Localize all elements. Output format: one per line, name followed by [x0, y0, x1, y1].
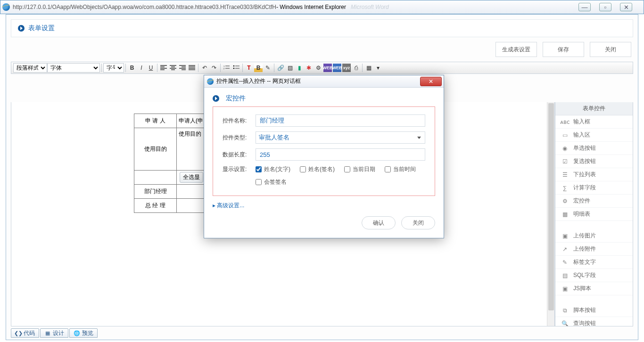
bg-app-name: Microsoft Word — [351, 4, 389, 10]
print-icon[interactable]: ⎙ — [352, 64, 360, 72]
more-icon[interactable]: ▾ — [374, 64, 382, 72]
web2-icon[interactable]: WEB — [333, 64, 341, 72]
palette-query-btn[interactable]: 🔍查询按钮 — [555, 317, 633, 326]
palette-checkbox[interactable]: ☑复选按钮 — [555, 155, 633, 168]
palette-upload-file[interactable]: ↗上传附件 — [555, 243, 633, 256]
js-icon: ▣ — [561, 285, 569, 292]
table-icon[interactable]: ▦ — [364, 64, 373, 72]
palette-textarea[interactable]: ▭输入区 — [555, 129, 633, 142]
bold-icon[interactable]: B — [128, 64, 136, 72]
xyz-icon[interactable]: xyz — [342, 64, 351, 72]
align-center-icon[interactable] — [169, 64, 177, 72]
font-size-select[interactable]: 字号 — [103, 63, 124, 73]
purpose-label: 使用目的 — [134, 128, 177, 171]
palette-label[interactable]: ✎标签文字 — [555, 256, 633, 269]
chk-name-text[interactable]: 姓名(文字) — [256, 165, 290, 173]
palette-js[interactable]: ▣JS脚本 — [555, 282, 633, 295]
image-icon[interactable]: ▧ — [286, 64, 294, 72]
dialog-cancel-button[interactable]: 关闭 — [401, 216, 435, 229]
editor-toolbar: 段落样式 字体 字号 B I U ↶ ↷ 12 T B ✎ 🔗 ▧ — [11, 62, 633, 74]
ordered-list-icon[interactable]: 12 — [223, 64, 231, 72]
window-titlebar: http://127.0.0.1/OAapp/WebObjects/OAapp.… — [0, 0, 644, 14]
control-palette: 表单控件 ᴀʙᴄ输入框 ▭输入区 ◉单选按钮 ☑复选按钮 ☰下拉列表 ∑计算字段… — [555, 102, 633, 326]
copy-icon: ⧉ — [561, 307, 569, 314]
italic-icon[interactable]: I — [137, 64, 146, 72]
palette-detail-table[interactable]: ▦明细表 — [555, 208, 633, 221]
data-length-input[interactable] — [256, 148, 425, 161]
palette-calc[interactable]: ∑计算字段 — [555, 181, 633, 195]
close-button[interactable]: 关闭 — [590, 42, 631, 57]
display-setting-label: 显示设置: — [223, 165, 256, 173]
close-window-button[interactable]: ✕ — [620, 3, 632, 11]
grid-icon: ▦ — [561, 211, 569, 218]
design-icon: ▦ — [44, 330, 51, 336]
dept-mgr-label: 部门经理 — [134, 185, 177, 199]
dialog-close-button[interactable]: ✕ — [420, 77, 442, 86]
select-all-button[interactable]: 全选显 — [180, 172, 203, 183]
svg-point-2 — [233, 65, 235, 67]
applicant-label: 申 请 人 — [134, 114, 177, 128]
control-name-input[interactable] — [256, 114, 425, 127]
media-icon[interactable]: ✱ — [305, 64, 313, 72]
dialog-titlebar[interactable]: 控件属性--插入控件 -- 网页对话框 ✕ — [204, 75, 444, 88]
align-left-icon[interactable] — [159, 64, 168, 72]
check-icon: ☑ — [561, 158, 569, 165]
chart-icon[interactable]: ▮ — [295, 64, 304, 72]
collapse-icon[interactable] — [18, 25, 25, 32]
attach-icon: ↗ — [561, 246, 569, 252]
advanced-settings-link[interactable]: ▸ 高级设置... — [213, 202, 244, 210]
palette-sql[interactable]: ▤SQL字段 — [555, 269, 633, 282]
underline-icon[interactable]: U — [147, 64, 155, 72]
bg-color-icon[interactable]: B — [254, 64, 263, 72]
chk-current-date[interactable]: 当前日期 — [344, 165, 375, 173]
palette-input-text[interactable]: ᴀʙᴄ输入框 — [555, 115, 633, 129]
maximize-button[interactable]: ▫ — [599, 3, 611, 11]
abc-icon: ᴀʙᴄ — [561, 119, 569, 125]
dialog-section-title: 宏控件 — [226, 94, 246, 103]
palette-select[interactable]: ☰下拉列表 — [555, 168, 633, 181]
dialog-highlight-box: 控件名称: 控件类型: 审批人签名 数据长度: 显示设置: 姓名(文字) — [213, 106, 435, 196]
dialog-ok-button[interactable]: 确认 — [362, 216, 396, 229]
data-length-label: 数据长度: — [223, 151, 256, 159]
redo-icon[interactable]: ↷ — [210, 64, 218, 72]
dialog-ie-icon — [207, 78, 214, 85]
svg-point-3 — [233, 68, 235, 69]
rect-icon: ▭ — [561, 132, 569, 138]
save-button[interactable]: 保存 — [543, 42, 584, 57]
tab-code[interactable]: ❮❯代码 — [11, 328, 39, 338]
page-title: 表单设置 — [28, 24, 55, 33]
palette-macro[interactable]: ⚙宏控件 — [555, 195, 633, 208]
font-color-icon[interactable]: T — [245, 64, 253, 72]
chk-counter-sign[interactable]: 会签签名 — [256, 178, 287, 186]
web-icon[interactable]: WEB — [323, 64, 332, 72]
link-icon[interactable]: 🔗 — [276, 64, 285, 72]
palette-script-btn[interactable]: ⧉脚本按钮 — [555, 304, 633, 317]
canvas-scrollbar[interactable] — [547, 102, 554, 326]
image-up-icon: ▣ — [561, 233, 569, 239]
align-right-icon[interactable] — [178, 64, 187, 72]
gen-table-button[interactable]: 生成表设置 — [495, 42, 537, 57]
palette-radio[interactable]: ◉单选按钮 — [555, 142, 633, 155]
scrollbar-thumb[interactable] — [548, 103, 554, 310]
gm-label: 总 经 理 — [134, 199, 177, 213]
title-suffix: - Windows Internet Explorer — [276, 4, 346, 10]
code-icon: ❮❯ — [15, 330, 22, 336]
unordered-list-icon[interactable] — [232, 64, 240, 72]
palette-upload-image[interactable]: ▣上传图片 — [555, 229, 633, 243]
chk-name-sign[interactable]: 姓名(签名) — [300, 165, 335, 173]
minimize-button[interactable]: — — [578, 3, 591, 11]
font-select[interactable]: 字体 — [47, 63, 100, 73]
align-justify-icon[interactable] — [188, 64, 196, 72]
tab-preview[interactable]: 🌐预览 — [69, 328, 98, 338]
page-header: 表单设置 — [11, 19, 633, 37]
chk-current-time[interactable]: 当前时间 — [385, 165, 416, 173]
palette-header: 表单控件 — [555, 102, 633, 115]
control-type-select[interactable]: 审批人签名 — [256, 131, 425, 144]
paragraph-style-select[interactable]: 段落样式 — [13, 63, 47, 73]
settings-icon[interactable]: ⚙ — [314, 64, 322, 72]
undo-icon[interactable]: ↶ — [200, 64, 209, 72]
eraser-icon[interactable]: ✎ — [264, 64, 272, 72]
search-icon: 🔍 — [561, 320, 569, 327]
tab-design[interactable]: ▦设计 — [40, 328, 68, 338]
section-arrow-icon — [213, 95, 219, 102]
